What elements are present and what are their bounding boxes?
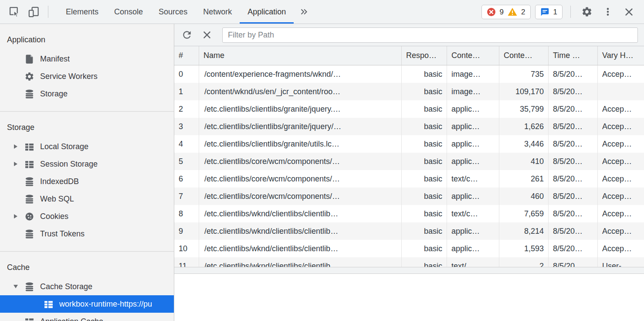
table-row[interactable]: 2 /etc.clientlibs/clientlibs/granite/jqu…	[174, 100, 644, 118]
message-count: 1	[553, 8, 557, 16]
cell-index: 0	[174, 65, 199, 83]
toolbar-right: 9 2 1	[481, 0, 644, 24]
cell-index: 5	[174, 153, 199, 170]
cookie-icon	[24, 212, 34, 222]
cell-index: 8	[174, 205, 199, 222]
cell-content-type: image…	[447, 65, 499, 83]
cell-response-type: basic	[402, 65, 447, 83]
sidebar-item-cache-storage[interactable]: Cache Storage	[0, 278, 174, 295]
settings-button[interactable]	[579, 3, 595, 20]
cell-vary-header: Accep…	[598, 118, 644, 135]
sidebar-item-label: IndexedDB	[40, 177, 79, 186]
table-row[interactable]: 11 /etc.clientlibs/wknd/clientlibs/clien…	[174, 257, 644, 267]
table-row[interactable]: 7 /etc.clientlibs/core/wcm/components/… …	[174, 188, 644, 205]
tab-sources[interactable]: Sources	[151, 0, 195, 24]
sidebar-item-label: Cache Storage	[40, 282, 92, 291]
cell-time-cached: 8/5/20…	[549, 205, 598, 222]
table-row[interactable]: 6 /etc.clientlibs/core/wcm/components/… …	[174, 170, 644, 188]
cell-content-type: applic…	[447, 153, 499, 170]
table-icon	[24, 142, 34, 152]
table-icon	[44, 299, 54, 309]
cell-content-length: 735	[499, 65, 549, 83]
column-header-content-type[interactable]: Conte…	[447, 46, 499, 65]
cell-content-length: 7,659	[499, 205, 549, 222]
expand-arrow-icon[interactable]	[14, 144, 17, 149]
sidebar-item-label: workbox-runtime-https://pu	[59, 300, 152, 309]
database-icon	[24, 89, 34, 99]
sidebar-item-trust-tokens[interactable]: Trust Tokens	[0, 225, 174, 242]
sidebar-item-label: Storage	[40, 89, 68, 99]
cell-vary-header: Accep…	[598, 135, 644, 153]
horizontal-scrollbar[interactable]	[174, 267, 644, 274]
panel-tabs: Elements Console Sources Network Applica…	[58, 0, 314, 24]
tab-application[interactable]: Application	[240, 0, 294, 24]
cell-vary-header: Accep…	[598, 65, 644, 83]
cell-name: /etc.clientlibs/wknd/clientlibs/clientli…	[199, 257, 402, 267]
cell-time-cached: 8/5/20…	[549, 65, 598, 83]
table-row[interactable]: 4 /etc.clientlibs/clientlibs/granite/uti…	[174, 135, 644, 153]
cell-content-length: 3,446	[499, 135, 549, 153]
cell-vary-header: Accep…	[598, 153, 644, 170]
table-row[interactable]: 3 /etc.clientlibs/clientlibs/granite/jqu…	[174, 118, 644, 135]
expand-arrow-icon[interactable]	[14, 214, 17, 219]
cache-entry-preview-pane	[174, 274, 644, 321]
inspect-element-button[interactable]	[6, 3, 23, 20]
cell-index: 3	[174, 118, 199, 135]
cell-content-type: applic…	[447, 188, 499, 205]
cell-index: 2	[174, 100, 199, 118]
column-header-content-length[interactable]: Conte…	[499, 46, 549, 65]
cell-vary-header: Accep…	[598, 188, 644, 205]
cell-content-length: 2	[499, 257, 549, 267]
sidebar-item-cookies[interactable]: Cookies	[0, 208, 174, 225]
cell-vary-header	[598, 83, 644, 100]
cell-time-cached: 8/5/20…	[549, 222, 598, 240]
column-header-index[interactable]: #	[174, 46, 199, 65]
column-header-name[interactable]: Name	[199, 46, 402, 65]
column-header-response-type[interactable]: Respo…	[402, 46, 447, 65]
table-row[interactable]: 0 /content/experience-fragments/wknd/… b…	[174, 65, 644, 83]
filter-by-path-input[interactable]	[222, 27, 638, 43]
device-toolbar-button[interactable]	[25, 3, 42, 20]
sidebar-item-application-cache[interactable]: Application Cache	[0, 313, 174, 321]
column-header-vary-header[interactable]: Vary H…	[598, 46, 644, 65]
cell-content-length: 109,170	[499, 83, 549, 100]
table-icon	[24, 159, 34, 169]
cell-name: /etc.clientlibs/wknd/clientlibs/clientli…	[199, 240, 402, 257]
sidebar-item-manifest[interactable]: Manifest	[0, 50, 174, 68]
sidebar-item-workbox-runtime-cache[interactable]: workbox-runtime-https://pu	[0, 295, 174, 313]
sidebar-item-web-sql[interactable]: Web SQL	[0, 190, 174, 208]
tab-elements[interactable]: Elements	[58, 0, 106, 24]
sidebar-item-label: Application Cache	[40, 317, 103, 321]
database-icon	[24, 177, 34, 187]
collapse-arrow-icon[interactable]	[14, 285, 18, 288]
sidebar-item-storage[interactable]: Storage	[0, 85, 174, 102]
table-row[interactable]: 5 /etc.clientlibs/core/wcm/components/… …	[174, 153, 644, 170]
cell-time-cached: 8/5/20…	[549, 135, 598, 153]
tab-console[interactable]: Console	[106, 0, 151, 24]
cell-time-cached: 8/5/20…	[549, 83, 598, 100]
refresh-button[interactable]	[180, 27, 194, 42]
table-row[interactable]: 10 /etc.clientlibs/wknd/clientlibs/clien…	[174, 240, 644, 257]
sidebar-item-indexeddb[interactable]: IndexedDB	[0, 173, 174, 190]
close-devtools-button[interactable]	[620, 3, 637, 20]
delete-selected-button[interactable]	[200, 27, 214, 42]
column-header-time-cached[interactable]: Time …	[549, 46, 598, 65]
table-row[interactable]: 8 /etc.clientlibs/wknd/clientlibs/client…	[174, 205, 644, 222]
expand-arrow-icon[interactable]	[14, 162, 17, 166]
issues-message-badge[interactable]: 1	[535, 5, 563, 19]
sidebar-item-service-workers[interactable]: Service Workers	[0, 68, 174, 85]
table-row[interactable]: 9 /etc.clientlibs/wknd/clientlibs/client…	[174, 222, 644, 240]
console-errors-warnings-badge[interactable]: 9 2	[481, 5, 531, 19]
cell-response-type: basic	[402, 153, 447, 170]
error-icon	[487, 7, 496, 17]
tab-network[interactable]: Network	[195, 0, 240, 24]
more-tabs-button[interactable]	[294, 0, 314, 24]
cell-response-type: basic	[402, 257, 447, 267]
sidebar-item-local-storage[interactable]: Local Storage	[0, 138, 174, 155]
table-row[interactable]: 1 /content/wknd/us/en/_jcr_content/roo… …	[174, 83, 644, 100]
database-icon	[24, 282, 34, 292]
more-options-button[interactable]	[600, 3, 616, 20]
database-icon	[24, 194, 34, 204]
sidebar-item-session-storage[interactable]: Session Storage	[0, 155, 174, 173]
cell-time-cached: 8/5/20…	[549, 188, 598, 205]
